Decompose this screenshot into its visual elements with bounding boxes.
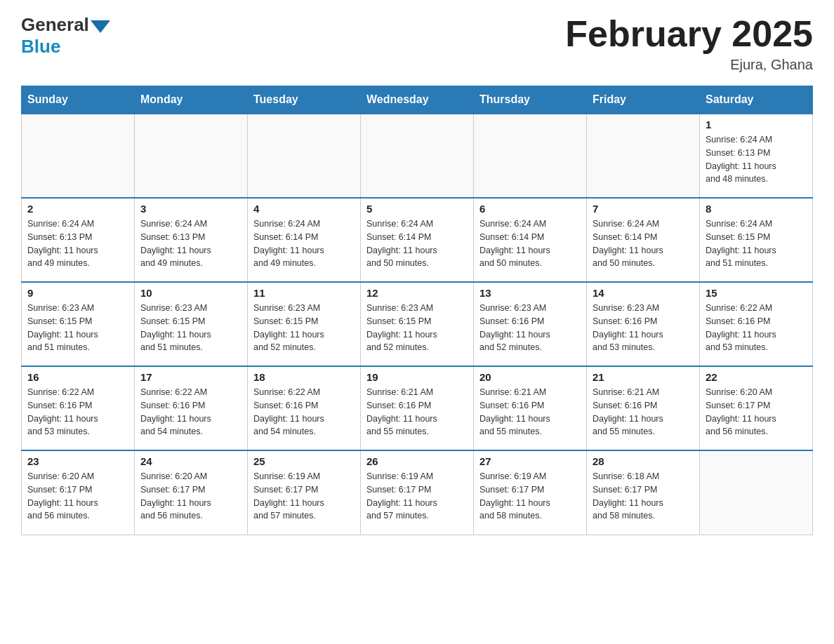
calendar-cell	[135, 114, 248, 198]
day-info: Sunrise: 6:19 AM Sunset: 6:17 PM Dayligh…	[479, 470, 581, 523]
day-number: 6	[479, 203, 581, 215]
calendar-cell: 4Sunrise: 6:24 AM Sunset: 6:14 PM Daylig…	[248, 198, 361, 282]
column-header-friday: Friday	[587, 86, 700, 114]
day-number: 23	[27, 455, 128, 467]
calendar-subtitle: Ejura, Ghana	[565, 57, 813, 73]
day-info: Sunrise: 6:20 AM Sunset: 6:17 PM Dayligh…	[27, 470, 128, 523]
day-info: Sunrise: 6:24 AM Sunset: 6:15 PM Dayligh…	[706, 217, 807, 270]
calendar-cell	[361, 114, 474, 198]
day-number: 27	[479, 455, 581, 467]
calendar-week-5: 23Sunrise: 6:20 AM Sunset: 6:17 PM Dayli…	[22, 450, 813, 535]
day-info: Sunrise: 6:21 AM Sunset: 6:16 PM Dayligh…	[479, 386, 581, 438]
column-header-tuesday: Tuesday	[248, 86, 361, 114]
calendar-cell: 26Sunrise: 6:19 AM Sunset: 6:17 PM Dayli…	[361, 450, 474, 535]
calendar-cell	[248, 114, 361, 198]
day-number: 19	[366, 371, 468, 383]
day-number: 17	[140, 371, 241, 383]
day-number: 22	[706, 371, 807, 383]
day-info: Sunrise: 6:24 AM Sunset: 6:13 PM Dayligh…	[140, 217, 241, 270]
day-info: Sunrise: 6:19 AM Sunset: 6:17 PM Dayligh…	[253, 470, 355, 523]
calendar-cell: 28Sunrise: 6:18 AM Sunset: 6:17 PM Dayli…	[587, 450, 700, 535]
day-info: Sunrise: 6:24 AM Sunset: 6:14 PM Dayligh…	[366, 217, 468, 270]
column-header-wednesday: Wednesday	[361, 86, 474, 114]
calendar-cell	[587, 114, 700, 198]
page-header: General Blue February 2025 Ejura, Ghana	[21, 14, 813, 73]
calendar-cell: 10Sunrise: 6:23 AM Sunset: 6:15 PM Dayli…	[135, 282, 248, 366]
column-header-monday: Monday	[135, 86, 248, 114]
calendar-cell: 24Sunrise: 6:20 AM Sunset: 6:17 PM Dayli…	[135, 450, 248, 535]
calendar-table: SundayMondayTuesdayWednesdayThursdayFrid…	[21, 86, 813, 535]
day-number: 14	[593, 287, 694, 299]
calendar-cell: 9Sunrise: 6:23 AM Sunset: 6:15 PM Daylig…	[22, 282, 135, 366]
day-number: 20	[479, 371, 581, 383]
day-number: 18	[253, 371, 355, 383]
calendar-cell: 15Sunrise: 6:22 AM Sunset: 6:16 PM Dayli…	[700, 282, 813, 366]
day-info: Sunrise: 6:23 AM Sunset: 6:16 PM Dayligh…	[593, 302, 694, 354]
logo-blue-text: Blue	[21, 36, 110, 58]
day-number: 21	[593, 371, 694, 383]
day-number: 3	[140, 203, 241, 215]
calendar-cell: 14Sunrise: 6:23 AM Sunset: 6:16 PM Dayli…	[587, 282, 700, 366]
day-number: 12	[366, 287, 468, 299]
day-number: 1	[706, 119, 807, 130]
calendar-cell: 6Sunrise: 6:24 AM Sunset: 6:14 PM Daylig…	[474, 198, 587, 282]
calendar-week-3: 9Sunrise: 6:23 AM Sunset: 6:15 PM Daylig…	[22, 282, 813, 366]
day-number: 24	[140, 455, 241, 467]
day-info: Sunrise: 6:24 AM Sunset: 6:14 PM Dayligh…	[253, 217, 355, 270]
calendar-cell: 3Sunrise: 6:24 AM Sunset: 6:13 PM Daylig…	[135, 198, 248, 282]
calendar-cell: 25Sunrise: 6:19 AM Sunset: 6:17 PM Dayli…	[248, 450, 361, 535]
calendar-cell: 17Sunrise: 6:22 AM Sunset: 6:16 PM Dayli…	[135, 366, 248, 450]
logo-triangle-icon	[91, 20, 110, 33]
calendar-cell: 21Sunrise: 6:21 AM Sunset: 6:16 PM Dayli…	[587, 366, 700, 450]
day-number: 2	[27, 203, 128, 215]
day-info: Sunrise: 6:22 AM Sunset: 6:16 PM Dayligh…	[140, 386, 241, 438]
calendar-cell: 7Sunrise: 6:24 AM Sunset: 6:14 PM Daylig…	[587, 198, 700, 282]
logo-general-text: General	[21, 14, 89, 36]
calendar-body: 1Sunrise: 6:24 AM Sunset: 6:13 PM Daylig…	[22, 114, 813, 535]
day-number: 25	[253, 455, 355, 467]
day-number: 7	[593, 203, 694, 215]
day-info: Sunrise: 6:22 AM Sunset: 6:16 PM Dayligh…	[706, 302, 807, 354]
day-number: 10	[140, 287, 241, 299]
calendar-week-4: 16Sunrise: 6:22 AM Sunset: 6:16 PM Dayli…	[22, 366, 813, 450]
day-info: Sunrise: 6:21 AM Sunset: 6:16 PM Dayligh…	[593, 386, 694, 438]
calendar-cell	[700, 450, 813, 535]
calendar-cell: 8Sunrise: 6:24 AM Sunset: 6:15 PM Daylig…	[700, 198, 813, 282]
day-number: 13	[479, 287, 581, 299]
day-info: Sunrise: 6:23 AM Sunset: 6:15 PM Dayligh…	[140, 302, 241, 354]
day-number: 11	[253, 287, 355, 299]
calendar-header: SundayMondayTuesdayWednesdayThursdayFrid…	[22, 86, 813, 114]
calendar-cell: 18Sunrise: 6:22 AM Sunset: 6:16 PM Dayli…	[248, 366, 361, 450]
day-info: Sunrise: 6:23 AM Sunset: 6:15 PM Dayligh…	[366, 302, 468, 354]
day-info: Sunrise: 6:24 AM Sunset: 6:14 PM Dayligh…	[479, 217, 581, 270]
day-number: 8	[706, 203, 807, 215]
day-info: Sunrise: 6:22 AM Sunset: 6:16 PM Dayligh…	[253, 386, 355, 438]
calendar-cell: 13Sunrise: 6:23 AM Sunset: 6:16 PM Dayli…	[474, 282, 587, 366]
calendar-title: February 2025	[565, 14, 813, 54]
day-number: 4	[253, 203, 355, 215]
calendar-cell: 16Sunrise: 6:22 AM Sunset: 6:16 PM Dayli…	[22, 366, 135, 450]
calendar-cell: 23Sunrise: 6:20 AM Sunset: 6:17 PM Dayli…	[22, 450, 135, 535]
column-header-sunday: Sunday	[22, 86, 135, 114]
calendar-cell: 2Sunrise: 6:24 AM Sunset: 6:13 PM Daylig…	[22, 198, 135, 282]
column-header-saturday: Saturday	[700, 86, 813, 114]
day-info: Sunrise: 6:20 AM Sunset: 6:17 PM Dayligh…	[140, 470, 241, 523]
day-info: Sunrise: 6:18 AM Sunset: 6:17 PM Dayligh…	[593, 470, 694, 523]
day-info: Sunrise: 6:23 AM Sunset: 6:15 PM Dayligh…	[27, 302, 128, 354]
logo: General Blue	[21, 14, 110, 58]
calendar-cell	[22, 114, 135, 198]
day-info: Sunrise: 6:23 AM Sunset: 6:16 PM Dayligh…	[479, 302, 581, 354]
calendar-cell: 11Sunrise: 6:23 AM Sunset: 6:15 PM Dayli…	[248, 282, 361, 366]
day-number: 15	[706, 287, 807, 299]
calendar-cell: 5Sunrise: 6:24 AM Sunset: 6:14 PM Daylig…	[361, 198, 474, 282]
day-number: 28	[593, 455, 694, 467]
calendar-cell: 20Sunrise: 6:21 AM Sunset: 6:16 PM Dayli…	[474, 366, 587, 450]
calendar-cell	[474, 114, 587, 198]
day-info: Sunrise: 6:21 AM Sunset: 6:16 PM Dayligh…	[366, 386, 468, 438]
calendar-cell: 27Sunrise: 6:19 AM Sunset: 6:17 PM Dayli…	[474, 450, 587, 535]
calendar-week-2: 2Sunrise: 6:24 AM Sunset: 6:13 PM Daylig…	[22, 198, 813, 282]
day-info: Sunrise: 6:23 AM Sunset: 6:15 PM Dayligh…	[253, 302, 355, 354]
day-info: Sunrise: 6:22 AM Sunset: 6:16 PM Dayligh…	[27, 386, 128, 438]
day-info: Sunrise: 6:24 AM Sunset: 6:13 PM Dayligh…	[706, 133, 807, 186]
calendar-week-1: 1Sunrise: 6:24 AM Sunset: 6:13 PM Daylig…	[22, 114, 813, 198]
